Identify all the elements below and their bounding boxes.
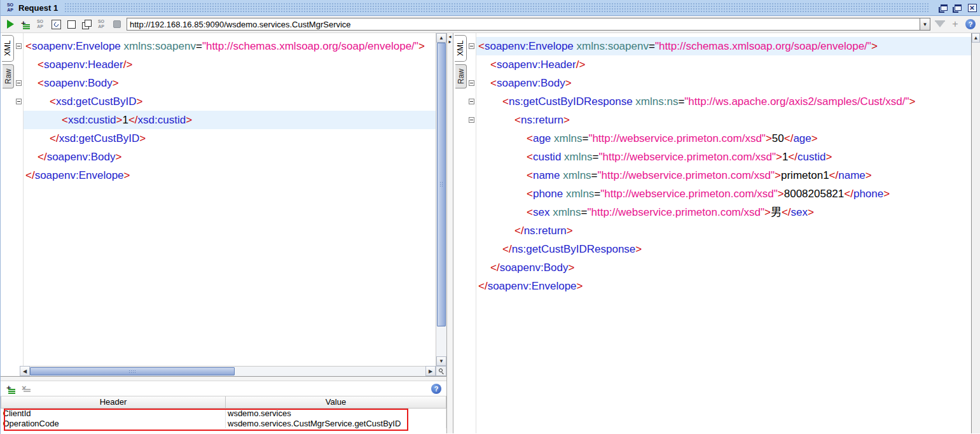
xml-line[interactable]: </soapenv:Body> xyxy=(476,258,971,277)
headers-toolbar: + × ? xyxy=(1,381,446,396)
help-button[interactable]: ? xyxy=(965,18,976,30)
xml-line[interactable]: <phone xmlns="http://webservice.primeton… xyxy=(476,185,971,203)
column-header[interactable]: Header xyxy=(1,396,226,408)
submit-request-button[interactable] xyxy=(4,18,16,30)
help-icon: ? xyxy=(965,19,976,29)
value-cell[interactable]: wsdemo.services xyxy=(226,408,446,418)
request-horizontal-scrollbar[interactable]: ◀ ▶ xyxy=(1,366,446,376)
fold-marker-icon[interactable] xyxy=(16,43,22,49)
table-row[interactable]: ClientIdwsdemo.services xyxy=(1,408,446,418)
xml-line[interactable]: <xsd:custid>1</xsd:custid> xyxy=(24,111,436,129)
add-rows-icon: + xyxy=(20,19,31,29)
header-cell[interactable]: ClientId xyxy=(1,408,226,418)
add-header-button[interactable]: + xyxy=(6,384,16,394)
xml-line[interactable]: <soapenv:Body> xyxy=(476,74,971,92)
remove-header-button[interactable]: × xyxy=(21,384,31,394)
table-row[interactable]: OperationCodewsdemo.services.CustMgrServ… xyxy=(1,418,446,428)
request-xml-content[interactable]: <soapenv:Envelope xmlns:soapenv="http://… xyxy=(24,33,436,366)
xml-line[interactable]: <xsd:getCustByID> xyxy=(24,92,436,111)
xml-line[interactable]: <soapenv:Envelope xmlns:soapenv="http://… xyxy=(24,37,436,55)
undock-icon[interactable] xyxy=(953,3,963,13)
xml-line[interactable]: <name xmlns="http://webservice.primeton.… xyxy=(476,166,971,185)
request-fold-gutter xyxy=(14,33,24,366)
create-empty-button[interactable] xyxy=(66,18,77,30)
pane-splitter[interactable]: ◂ ▸ xyxy=(446,33,453,433)
xml-line[interactable]: </soapenv:Body> xyxy=(24,148,436,166)
clone-icon xyxy=(82,20,92,29)
fold-marker-icon[interactable] xyxy=(469,43,474,49)
scroll-left-icon[interactable]: ◀ xyxy=(20,366,30,376)
tab-raw-request[interactable]: Raw xyxy=(3,64,14,88)
soap-icon: SOAP xyxy=(4,3,16,13)
scroll-right-icon[interactable]: ▶ xyxy=(425,366,436,376)
headers-panel: + × ? Header Value ClientIdwsdemo.servic… xyxy=(1,381,446,433)
response-tab-strip: XML Raw xyxy=(453,33,467,433)
collapse-right-icon[interactable]: ▸ xyxy=(447,39,453,45)
value-cell[interactable]: wsdemo.services.CustMgrService.getCustBy… xyxy=(226,418,446,428)
cancel-request-button[interactable] xyxy=(111,18,123,30)
header-cell[interactable]: OperationCode xyxy=(1,418,226,428)
window-title: Request 1 xyxy=(18,3,58,13)
splitter-collapse-icons[interactable]: ◂ ▸ xyxy=(447,34,453,45)
soap-gray-icon-2: SOAP xyxy=(97,19,105,29)
play-icon xyxy=(7,20,14,29)
tab-xml-request[interactable]: XML xyxy=(2,35,14,62)
fold-marker-icon[interactable] xyxy=(469,117,474,123)
soap-gray-button[interactable]: SOAP xyxy=(35,18,46,30)
column-value[interactable]: Value xyxy=(226,396,446,408)
request-tab-strip: XML Raw xyxy=(1,33,14,366)
response-pane: XML Raw <soapenv:Envelope xmlns:soapenv=… xyxy=(453,33,980,433)
recreate-request-button[interactable] xyxy=(50,18,62,30)
tab-xml-response[interactable]: XML xyxy=(455,35,467,62)
fold-marker-icon[interactable] xyxy=(469,80,474,86)
request-hscroll-thumb[interactable] xyxy=(30,367,235,375)
xml-line[interactable]: <soapenv:Header/> xyxy=(476,55,971,74)
request-pane: XML Raw <soapenv:Envelope xmlns:soapenv=… xyxy=(1,33,446,433)
hscroll-spacer xyxy=(1,366,20,376)
clone-request-button[interactable] xyxy=(81,18,92,30)
fold-marker-icon[interactable] xyxy=(16,80,22,86)
response-xml-content[interactable]: <soapenv:Envelope xmlns:soapenv="http://… xyxy=(476,33,971,433)
xml-line[interactable]: </xsd:getCustByID> xyxy=(24,129,436,148)
response-vscroll-track[interactable] xyxy=(972,43,980,433)
empty-square-icon xyxy=(67,20,76,29)
scroll-up-icon[interactable]: ▲ xyxy=(436,33,446,43)
headers-help-icon[interactable]: ? xyxy=(431,384,441,394)
request-editor: XML Raw <soapenv:Envelope xmlns:soapenv=… xyxy=(1,33,446,366)
response-vertical-scrollbar[interactable]: ▲ xyxy=(971,33,980,433)
fold-marker-icon[interactable] xyxy=(16,99,22,104)
xml-line[interactable]: <custid xmlns="http://webservice.primeto… xyxy=(476,148,971,166)
xml-line[interactable]: <ns:getCustByIDResponse xmlns:ns="http:/… xyxy=(476,92,971,111)
scroll-down-icon[interactable]: ▼ xyxy=(436,356,446,366)
xml-line[interactable]: </soapenv:Envelope> xyxy=(24,166,436,185)
xml-line[interactable]: </soapenv:Envelope> xyxy=(476,277,971,295)
endpoint-combo: ▼ xyxy=(127,18,930,31)
fold-marker-icon[interactable] xyxy=(469,99,474,104)
unfloat-icon[interactable] xyxy=(939,3,949,13)
xml-line[interactable]: </ns:return> xyxy=(476,221,971,240)
main-split: XML Raw <soapenv:Envelope xmlns:soapenv=… xyxy=(1,33,980,433)
xml-line[interactable]: <soapenv:Body> xyxy=(24,74,436,92)
request-vertical-scrollbar[interactable]: ▲ ▼ xyxy=(436,33,446,366)
endpoint-dropdown-button[interactable]: ▼ xyxy=(920,18,930,31)
xml-line[interactable]: <sex xmlns="http://webservice.primeton.c… xyxy=(476,203,971,221)
endpoint-input[interactable] xyxy=(127,18,920,31)
request-hscroll-track[interactable] xyxy=(30,366,425,376)
xml-line[interactable]: <soapenv:Envelope xmlns:soapenv="http://… xyxy=(476,37,971,55)
tab-raw-response[interactable]: Raw xyxy=(455,64,467,88)
soap-gray-button-2[interactable]: SOAP xyxy=(96,18,107,30)
scroll-up-icon[interactable]: ▲ xyxy=(972,33,980,43)
xml-line[interactable]: <soapenv:Header/> xyxy=(24,55,436,74)
recreate-icon xyxy=(52,20,61,29)
xml-line[interactable]: <ns:return> xyxy=(476,111,971,129)
xml-line[interactable]: </ns:getCustByIDResponse> xyxy=(476,240,971,258)
magnifier-icon xyxy=(439,368,444,374)
add-to-testcase-button[interactable]: + xyxy=(20,18,31,30)
magnifier-button[interactable] xyxy=(436,366,446,376)
close-icon[interactable]: ✕ xyxy=(967,3,977,13)
request-vscroll-track[interactable] xyxy=(436,43,446,356)
add-endpoint-button[interactable]: + xyxy=(949,18,961,30)
request-vscroll-thumb[interactable] xyxy=(437,43,446,326)
xml-line[interactable]: <age xmlns="http://webservice.primeton.c… xyxy=(476,129,971,148)
ws-addressing-button[interactable] xyxy=(934,18,946,30)
